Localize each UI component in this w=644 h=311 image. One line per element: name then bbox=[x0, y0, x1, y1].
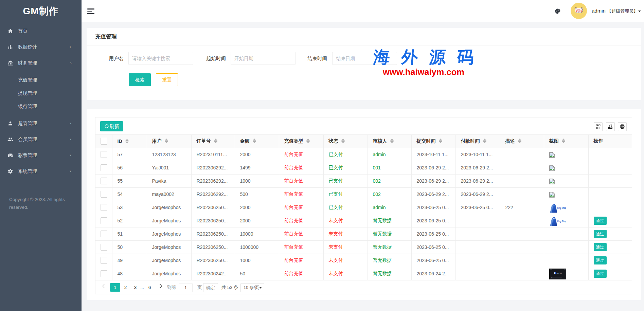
svg-text:King Shop: King Shop bbox=[557, 206, 566, 209]
svg-text:King Shop: King Shop bbox=[557, 220, 566, 223]
svg-text:NYSE: NYSE bbox=[556, 272, 562, 274]
